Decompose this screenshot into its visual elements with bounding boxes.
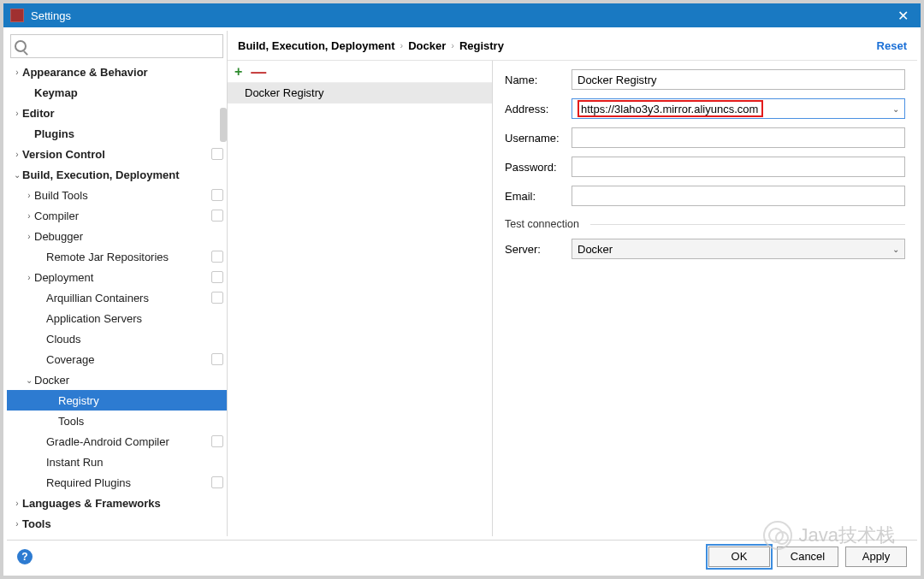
project-badge-icon (211, 292, 223, 304)
tree-item-label: Clouds (46, 333, 80, 346)
tree-item-instant-run[interactable]: Instant Run (7, 452, 227, 472)
username-input[interactable] (572, 127, 905, 148)
project-badge-icon (211, 251, 223, 263)
sidebar: ›Appearance & BehaviorKeymap›EditorPlugi… (7, 31, 228, 536)
tree-item-label: Build Tools (34, 189, 88, 202)
crumb-b[interactable]: Docker (408, 39, 446, 52)
tree-item-arquillian-containers[interactable]: Arquillian Containers (7, 287, 227, 308)
tree-item-languages-frameworks[interactable]: ›Languages & Frameworks (7, 493, 227, 513)
tree-item-editor[interactable]: ›Editor (7, 103, 227, 123)
tree-item-jrebel[interactable]: ›JRebel (7, 534, 227, 536)
email-label: Email: (505, 190, 572, 203)
breadcrumb: Build, Execution, Deployment › Docker › … (228, 31, 917, 56)
add-button[interactable]: + (234, 64, 242, 80)
tree-item-label: Required Plugins (46, 476, 131, 489)
window-title: Settings (31, 9, 71, 22)
tree-item-deployment[interactable]: ›Deployment (7, 267, 227, 287)
tree-item-application-servers[interactable]: Application Servers (7, 308, 227, 328)
address-value[interactable]: https://3laho3y3.mirror.aliyuncs.com (578, 100, 763, 117)
server-value: Docker (578, 243, 613, 256)
tree-item-label: Gradle-Android Compiler (46, 435, 169, 448)
chevron-down-icon[interactable]: ⌄ (892, 245, 899, 254)
tree-item-compiler[interactable]: ›Compiler (7, 205, 227, 226)
project-badge-icon (211, 271, 223, 283)
project-badge-icon (211, 189, 223, 201)
crumb-c: Registry (459, 39, 504, 52)
email-input[interactable] (572, 186, 905, 206)
tree-item-label: Coverage (46, 353, 94, 366)
tree-item-docker[interactable]: ⌄Docker (7, 369, 227, 390)
tree-arrow-icon: › (12, 499, 22, 508)
dialog-footer: ? OK Cancel Apply (7, 540, 917, 572)
registry-list[interactable]: Docker Registry (228, 83, 492, 536)
main-panel: Build, Execution, Deployment › Docker › … (228, 31, 917, 536)
name-label: Name: (505, 74, 572, 86)
tree-item-label: Editor (22, 107, 55, 120)
tree-item-label: Remote Jar Repositories (46, 251, 169, 263)
search-box[interactable] (10, 34, 223, 58)
tree-item-label: Application Servers (46, 312, 142, 325)
help-button[interactable]: ? (17, 549, 33, 564)
tree-item-registry[interactable]: Registry (7, 390, 227, 411)
crumb-a[interactable]: Build, Execution, Deployment (238, 39, 394, 52)
tree-item-label: Deployment (34, 271, 93, 284)
tree-arrow-icon: › (12, 519, 22, 529)
server-label: Server: (505, 243, 572, 256)
tree-item-label: Tools (58, 415, 84, 428)
tree-arrow-icon: › (12, 68, 22, 77)
remove-button[interactable]: — (251, 68, 266, 76)
tree-item-debugger[interactable]: ›Debugger (7, 226, 227, 246)
tree-item-required-plugins[interactable]: Required Plugins (7, 472, 227, 493)
chevron-down-icon[interactable]: ⌄ (892, 104, 899, 114)
tree-item-label: Tools (22, 517, 51, 530)
project-badge-icon (211, 353, 223, 365)
server-combo[interactable]: Docker ⌄ (572, 239, 905, 259)
tree-arrow-icon: ⌄ (24, 375, 34, 385)
chevron-right-icon: › (451, 40, 454, 50)
password-input[interactable] (572, 157, 905, 177)
list-item[interactable]: Docker Registry (228, 83, 492, 103)
settings-tree[interactable]: ›Appearance & BehaviorKeymap›EditorPlugi… (7, 62, 227, 536)
tree-item-label: Debugger (34, 230, 83, 243)
tree-item-tools[interactable]: Tools (7, 411, 227, 431)
address-label: Address: (505, 103, 572, 115)
tree-item-label: Build, Execution, Deployment (22, 168, 179, 181)
list-toolbar: + — (228, 61, 492, 83)
tree-item-build-execution-deployment[interactable]: ⌄Build, Execution, Deployment (7, 164, 227, 185)
tree-item-label: Keymap (34, 86, 78, 99)
tree-item-appearance-behavior[interactable]: ›Appearance & Behavior (7, 62, 227, 82)
search-input[interactable] (30, 40, 219, 53)
tree-item-clouds[interactable]: Clouds (7, 328, 227, 349)
chevron-right-icon: › (400, 40, 403, 50)
registry-form: Name: Address: https://3laho3y3.mirror.a… (493, 61, 917, 536)
app-icon (10, 9, 24, 22)
tree-arrow-icon: › (24, 211, 34, 221)
name-input[interactable] (572, 69, 905, 90)
project-badge-icon (211, 435, 223, 447)
password-label: Password: (505, 161, 572, 174)
apply-button[interactable]: Apply (845, 547, 907, 567)
address-combo[interactable]: https://3laho3y3.mirror.aliyuncs.com ⌄ (572, 98, 905, 119)
ok-button[interactable]: OK (708, 547, 770, 567)
tree-item-label: Arquillian Containers (46, 292, 149, 304)
tree-item-build-tools[interactable]: ›Build Tools (7, 185, 227, 205)
cancel-button[interactable]: Cancel (777, 547, 838, 567)
tree-item-coverage[interactable]: Coverage (7, 349, 227, 369)
tree-item-label: Compiler (34, 210, 79, 222)
tree-item-keymap[interactable]: Keymap (7, 82, 227, 103)
close-icon[interactable]: ✕ (892, 8, 914, 24)
tree-item-plugins[interactable]: Plugins (7, 123, 227, 144)
tree-item-label: Registry (58, 394, 99, 407)
reset-link[interactable]: Reset (877, 39, 907, 52)
registry-list-pane: + — Docker Registry (228, 61, 493, 536)
search-icon (15, 40, 27, 52)
tree-item-version-control[interactable]: ›Version Control (7, 144, 227, 164)
tree-item-gradle-android-compiler[interactable]: Gradle-Android Compiler (7, 431, 227, 452)
username-label: Username: (505, 132, 572, 145)
tree-item-remote-jar-repositories[interactable]: Remote Jar Repositories (7, 246, 227, 267)
scrollbar-thumb[interactable] (220, 108, 227, 142)
tree-item-label: Appearance & Behavior (22, 66, 148, 79)
tree-item-tools[interactable]: ›Tools (7, 513, 227, 534)
tree-item-label: Plugins (34, 127, 74, 140)
tree-arrow-icon: › (12, 150, 22, 159)
